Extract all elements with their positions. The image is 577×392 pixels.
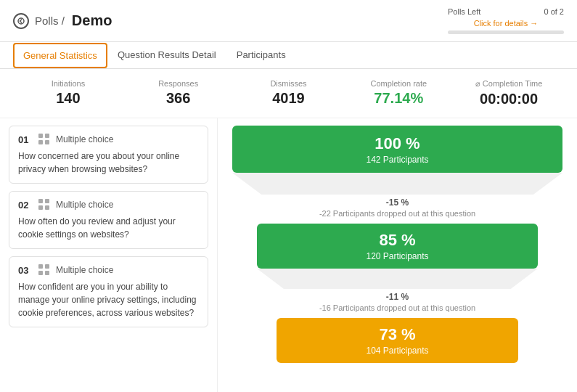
question-text-1: How concerned are you about your online … — [18, 150, 199, 176]
stat-completion-rate: Completion rate 77.14% — [343, 79, 454, 107]
polls-left-section: Polls Left 0 of 2 Click for details → — [448, 7, 564, 34]
drop-percent-1: -15 % — [319, 197, 475, 208]
polls-left-link[interactable]: Click for details → — [474, 19, 539, 28]
main-content: 01 Multiple choice How concerned are you… — [0, 118, 577, 392]
funnel-bar-1-percent: 100 % — [375, 134, 420, 153]
back-button[interactable] — [13, 13, 29, 29]
multiple-choice-icon-2 — [38, 199, 50, 211]
funnel-trapezoid-2 — [257, 269, 538, 289]
funnel-bar-2: 85 % 120 Participants — [257, 224, 538, 269]
polls-left-bar-container — [448, 30, 564, 34]
stat-initiations-value: 140 — [13, 90, 123, 107]
funnel-connector-2: -11 % -16 Participants dropped out at th… — [257, 269, 538, 318]
question-header-1: 01 Multiple choice — [18, 134, 199, 145]
stat-initiations-label: Initiations — [13, 79, 123, 88]
question-number-1: 01 — [18, 134, 33, 145]
stat-dismisses: Dismisses 4019 — [234, 79, 344, 107]
question-type-label-1: Multiple choice — [56, 134, 113, 144]
multiple-choice-icon-1 — [38, 134, 50, 145]
drop-sub-1: -22 Participants dropped out at this que… — [319, 209, 475, 218]
drop-percent-2: -11 % — [319, 292, 475, 302]
funnel-block-2: 85 % 120 Participants — [257, 224, 538, 269]
question-type-label-2: Multiple choice — [56, 200, 113, 210]
stat-completion-time: ⌀ Completion Time 00:00:00 — [454, 79, 564, 107]
header-left: Polls / Demo — [13, 12, 112, 29]
question-number-2: 02 — [18, 200, 33, 211]
stat-completion-time-value: 00:00:00 — [454, 91, 564, 107]
funnel-bar-2-percent: 85 % — [379, 231, 415, 250]
funnel-bar-3: 73 % 104 Participants — [277, 318, 517, 363]
polls-left-label: Polls Left — [448, 7, 480, 17]
page-title: Demo — [72, 12, 112, 29]
funnel-bar-1-participants: 142 Participants — [366, 155, 428, 165]
stat-responses: Responses 366 — [123, 79, 234, 107]
stat-responses-label: Responses — [123, 79, 234, 88]
tab-question-results[interactable]: Question Results Detail — [107, 42, 226, 69]
funnel-bar-2-participants: 120 Participants — [366, 251, 428, 261]
question-header-3: 03 Multiple choice — [18, 264, 199, 276]
funnel-bar-3-percent: 73 % — [379, 325, 415, 344]
question-header-2: 02 Multiple choice — [18, 199, 199, 211]
funnel-block-3: 73 % 104 Participants — [277, 318, 517, 363]
funnel-bar-1: 100 % 142 Participants — [232, 126, 562, 173]
question-card-2[interactable]: 02 Multiple choice How often do you revi… — [9, 191, 208, 249]
question-card-1[interactable]: 01 Multiple choice How concerned are you… — [9, 126, 208, 184]
funnel-block-1: 100 % 142 Participants — [232, 126, 562, 173]
svg-point-0 — [18, 18, 24, 24]
stats-row: Initiations 140 Responses 366 Dismisses … — [0, 69, 577, 118]
funnel-panel: 100 % 142 Participants -15 % -22 Partici… — [218, 118, 577, 392]
question-card-3[interactable]: 03 Multiple choice How confident are you… — [9, 256, 208, 327]
multiple-choice-icon-3 — [38, 264, 50, 276]
funnel-trapezoid-1 — [232, 173, 562, 195]
stat-completion-rate-value: 77.14% — [343, 90, 454, 107]
polls-left-top: Polls Left 0 of 2 — [448, 7, 564, 17]
drop-sub-2: -16 Participants dropped out at this que… — [319, 303, 475, 312]
question-number-3: 03 — [18, 265, 33, 276]
stat-dismisses-value: 4019 — [234, 90, 344, 107]
question-text-3: How confident are you in your ability to… — [18, 280, 199, 319]
question-type-label-3: Multiple choice — [56, 265, 113, 275]
stat-completion-time-label: ⌀ Completion Time — [454, 79, 564, 89]
stat-initiations: Initiations 140 — [13, 79, 123, 107]
questions-panel: 01 Multiple choice How concerned are you… — [0, 118, 218, 392]
stat-responses-value: 366 — [123, 90, 234, 107]
drop-info-1: -15 % -22 Participants dropped out at th… — [319, 195, 475, 224]
tabs-row: General Statistics Question Results Deta… — [0, 42, 577, 69]
svg-marker-2 — [257, 269, 538, 289]
funnel-bar-3-participants: 104 Participants — [366, 346, 428, 356]
stat-completion-rate-label: Completion rate — [343, 79, 454, 88]
tab-participants[interactable]: Participants — [226, 42, 296, 69]
polls-left-count: 0 of 2 — [544, 7, 564, 16]
question-text-2: How often do you review and adjust your … — [18, 215, 199, 241]
stat-dismisses-label: Dismisses — [234, 79, 344, 88]
drop-info-2: -11 % -16 Participants dropped out at th… — [319, 289, 475, 318]
breadcrumb-prefix: Polls / — [35, 15, 65, 27]
tab-general-statistics[interactable]: General Statistics — [13, 43, 107, 68]
funnel-connector-1: -15 % -22 Participants dropped out at th… — [232, 173, 562, 224]
svg-marker-1 — [232, 173, 562, 195]
header: Polls / Demo Polls Left 0 of 2 Click for… — [0, 0, 577, 42]
